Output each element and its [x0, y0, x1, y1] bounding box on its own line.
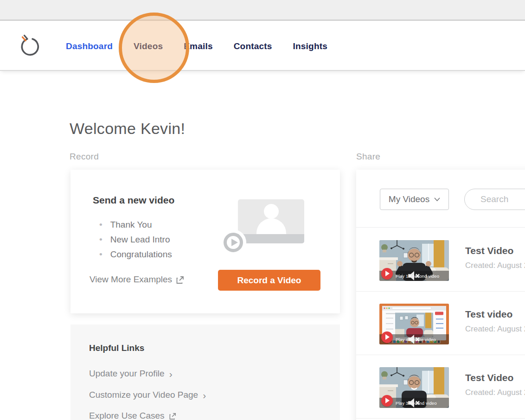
record-card: Send a new video Thank You New Lead Intr… — [70, 170, 340, 313]
link-explore-use-cases[interactable]: Explore Use Cases — [89, 411, 176, 420]
video-thumbnail[interactable]: Play 4 minute video — [379, 304, 449, 344]
person-silhouette-body — [256, 218, 286, 234]
view-more-label: View More Examples — [90, 274, 172, 285]
video-created-date: Created: August 2 — [465, 261, 525, 270]
video-thumbnail[interactable]: Play 3 second video — [379, 367, 449, 408]
page-title: Welcome Kevin! — [70, 120, 185, 138]
my-videos-dropdown[interactable]: My Videos — [380, 189, 449, 210]
play-button-icon[interactable] — [381, 268, 393, 280]
chevron-right-icon: › — [203, 390, 206, 400]
divider — [356, 418, 525, 419]
placeholder-bottom-band — [238, 234, 304, 243]
share-panel: My Videos — [356, 170, 525, 420]
video-title: Test Video — [465, 245, 513, 256]
share-section-label: Share — [356, 152, 380, 162]
play-button-icon[interactable] — [381, 395, 393, 407]
person-silhouette-head — [264, 204, 279, 219]
nav-item-contacts[interactable]: Contacts — [234, 41, 272, 51]
link-label: Update your Profile — [89, 369, 165, 379]
external-link-icon — [176, 276, 184, 284]
window-top-strip — [0, 0, 525, 21]
video-list-item[interactable]: Play 14 second video Test Video Created:… — [356, 228, 525, 291]
dropdown-value: My Videos — [389, 194, 429, 204]
video-created-date: Created: August 2 — [465, 325, 525, 334]
record-section-label: Record — [70, 152, 99, 162]
nav-item-videos[interactable]: Videos — [134, 41, 163, 51]
search-input[interactable] — [464, 189, 525, 210]
video-list-item[interactable]: Play 3 second video Test Video Created: … — [356, 355, 525, 418]
external-link-icon — [169, 413, 176, 420]
link-customize-video-page[interactable]: Customize your Video Page › — [89, 390, 206, 400]
video-created-date: Created: August 2 — [465, 388, 525, 397]
helpful-links-panel: Helpful Links Update your Profile › Cust… — [70, 325, 340, 420]
example-item: Congratulations — [99, 247, 172, 262]
top-navbar: Dashboard Videos Emails Contacts Insight… — [0, 22, 525, 71]
video-placeholder — [238, 199, 304, 243]
example-item: New Lead Intro — [99, 232, 172, 247]
link-label: Explore Use Cases — [89, 411, 165, 420]
video-thumbnail[interactable]: Play 14 second video — [379, 240, 449, 281]
example-item: Thank You — [99, 217, 172, 232]
video-list-item[interactable]: Play 4 minute video Test video Created: … — [356, 291, 525, 355]
record-a-video-button[interactable]: Record a Video — [218, 270, 320, 291]
video-title: Test video — [465, 309, 512, 320]
example-list: Thank You New Lead Intro Congratulations — [99, 217, 172, 262]
nav-item-insights[interactable]: Insights — [293, 41, 327, 51]
helpful-links-title: Helpful Links — [89, 343, 144, 353]
play-button-icon[interactable] — [381, 331, 393, 343]
record-card-title: Send a new video — [93, 195, 174, 206]
nav-item-dashboard[interactable]: Dashboard — [66, 41, 113, 51]
chevron-right-icon: › — [169, 369, 173, 379]
link-update-profile[interactable]: Update your Profile › — [89, 369, 173, 379]
video-title: Test Video — [465, 372, 513, 383]
bombbomb-logo[interactable] — [17, 33, 44, 60]
bomb-logo-icon — [17, 33, 44, 60]
nav-item-emails[interactable]: Emails — [184, 41, 212, 51]
main-nav: Dashboard Videos Emails Contacts Insight… — [66, 41, 327, 51]
chevron-down-icon — [434, 197, 440, 202]
view-more-examples-link[interactable]: View More Examples — [90, 274, 184, 285]
play-icon — [224, 233, 243, 252]
link-label: Customize your Video Page — [89, 390, 198, 400]
